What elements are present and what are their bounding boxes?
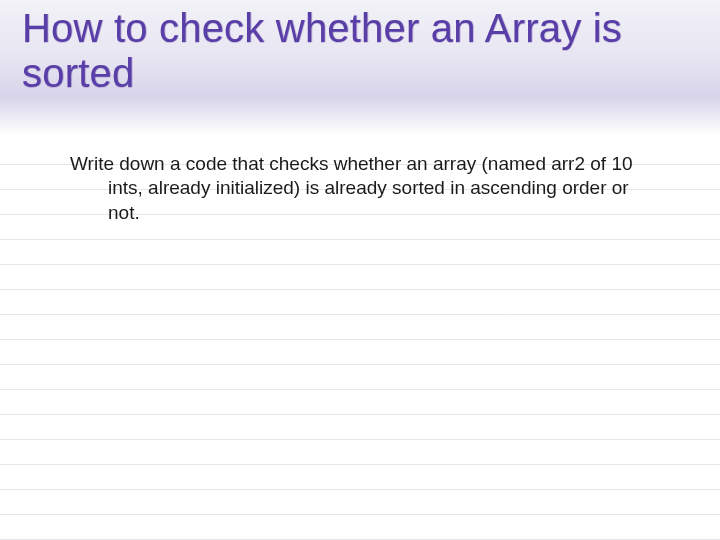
slide-title: How to check whether an Array is sorted <box>22 6 680 96</box>
slide: How to check whether an Array is sorted … <box>0 0 720 540</box>
slide-body-text: Write down a code that checks whether an… <box>70 152 660 225</box>
